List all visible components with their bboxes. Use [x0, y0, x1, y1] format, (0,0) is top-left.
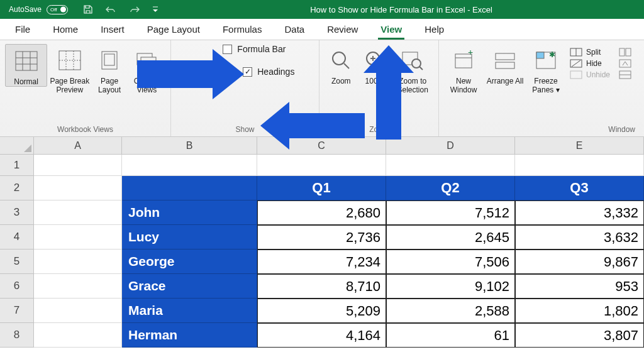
zoom-button[interactable]: Zoom: [325, 44, 358, 85]
row-label[interactable]: John: [122, 200, 257, 225]
zoom-to-selection-button[interactable]: Zoom to Selection: [392, 44, 433, 95]
data-cell[interactable]: 8,710: [257, 274, 386, 299]
col-header[interactable]: A: [34, 137, 122, 155]
cell-grid[interactable]: Q1 Q2 Q3 John 2,680 7,512 3,332 Lucy 2,7…: [34, 155, 644, 362]
data-cell[interactable]: 7,512: [386, 200, 515, 225]
column-headers: A B C D E: [34, 137, 644, 155]
cell[interactable]: [34, 299, 122, 323]
svg-line-16: [378, 63, 383, 69]
data-cell[interactable]: 2,645: [386, 225, 515, 250]
tab-formulas[interactable]: Formulas: [211, 20, 274, 40]
data-cell[interactable]: 2,680: [257, 200, 386, 225]
freeze-panes-button[interactable]: ✱ Freeze Panes ▾: [527, 44, 565, 95]
row-header[interactable]: 8: [0, 323, 34, 348]
label: Page Layout: [92, 77, 126, 95]
tab-review[interactable]: Review: [316, 20, 369, 40]
row-header[interactable]: 6: [0, 274, 34, 299]
tab-view[interactable]: View: [369, 20, 413, 40]
row-label[interactable]: Lucy: [122, 225, 257, 250]
hide-icon: [570, 59, 582, 68]
row-header[interactable]: 4: [0, 225, 34, 250]
tab-insert[interactable]: Insert: [89, 20, 136, 40]
headings-checkbox[interactable]: Headings: [243, 67, 294, 77]
redo-icon[interactable]: [128, 5, 141, 14]
row-header[interactable]: 5: [0, 250, 34, 274]
gridlines-checkbox[interactable]: Gridlines: [177, 67, 226, 77]
table-header[interactable]: Q3: [515, 176, 644, 200]
data-cell[interactable]: 2,588: [386, 299, 515, 323]
data-cell[interactable]: 953: [515, 274, 644, 299]
row-header[interactable]: 1: [0, 155, 34, 176]
data-cell[interactable]: 3,632: [515, 225, 644, 250]
undo-icon[interactable]: [104, 5, 117, 14]
tab-data[interactable]: Data: [273, 20, 316, 40]
normal-view-button[interactable]: Normal: [5, 44, 47, 87]
row-header[interactable]: 2: [0, 176, 34, 200]
select-all-corner[interactable]: [0, 137, 34, 155]
col-header[interactable]: B: [122, 137, 257, 155]
data-cell[interactable]: 1,802: [515, 299, 644, 323]
svg-rect-25: [496, 53, 514, 60]
col-header[interactable]: D: [386, 137, 515, 155]
tab-page-layout[interactable]: Page Layout: [136, 20, 211, 40]
row-header[interactable]: 3: [0, 200, 34, 225]
label: Arrange All: [487, 77, 524, 85]
split-button[interactable]: Split: [570, 48, 610, 57]
cell[interactable]: [34, 176, 122, 200]
svg-rect-0: [16, 52, 37, 70]
table-header[interactable]: Q1: [257, 176, 386, 200]
data-cell[interactable]: 3,332: [515, 200, 644, 225]
cell[interactable]: [34, 155, 122, 176]
save-icon[interactable]: [83, 4, 93, 14]
hide-button[interactable]: Hide: [570, 59, 610, 68]
data-cell[interactable]: 3,807: [515, 323, 644, 348]
row-label[interactable]: Herman: [122, 323, 257, 348]
autosave-switch[interactable]: Off: [47, 5, 68, 14]
cell[interactable]: [386, 155, 515, 176]
cell[interactable]: [515, 155, 644, 176]
row-label[interactable]: Maria: [122, 299, 257, 323]
col-header[interactable]: C: [257, 137, 386, 155]
page-break-preview-button[interactable]: Page Break Preview: [48, 44, 91, 95]
custom-views-button[interactable]: Custom Views: [128, 44, 165, 95]
col-header[interactable]: E: [515, 137, 644, 155]
spreadsheet[interactable]: A B C D E 1 2 3 4 5 6 7 8: [0, 137, 644, 362]
tab-home[interactable]: Home: [42, 20, 89, 40]
data-cell[interactable]: 61: [386, 323, 515, 348]
svg-rect-26: [496, 62, 514, 69]
cell[interactable]: [34, 200, 122, 225]
autosave-toggle[interactable]: AutoSave Off: [0, 5, 77, 14]
cell[interactable]: [257, 155, 386, 176]
arrange-all-button[interactable]: Arrange All: [486, 44, 525, 85]
cell[interactable]: [34, 274, 122, 299]
data-cell[interactable]: 9,102: [386, 274, 515, 299]
label: Freeze Panes ▾: [527, 77, 565, 95]
tab-file[interactable]: File: [4, 20, 42, 40]
table-corner[interactable]: [122, 176, 257, 200]
view-side-by-side-icon[interactable]: [619, 48, 631, 57]
group-workbook-views: Normal Page Break Preview Page Layout Cu…: [0, 40, 171, 136]
cell[interactable]: [34, 250, 122, 274]
formula-bar-checkbox[interactable]: Formula Bar: [223, 44, 286, 54]
data-cell[interactable]: 5,209: [257, 299, 386, 323]
row-header[interactable]: 7: [0, 299, 34, 323]
new-window-button[interactable]: + New Window: [444, 44, 483, 95]
data-cell[interactable]: 7,234: [257, 250, 386, 274]
data-cell[interactable]: 9,867: [515, 250, 644, 274]
data-cell[interactable]: 4,164: [257, 323, 386, 348]
qat-dropdown-icon[interactable]: [152, 6, 158, 13]
svg-line-21: [419, 67, 423, 70]
tab-help[interactable]: Help: [413, 20, 455, 40]
data-cell[interactable]: 7,506: [386, 250, 515, 274]
table-header[interactable]: Q2: [386, 176, 515, 200]
cell[interactable]: [34, 225, 122, 250]
data-cell[interactable]: 2,736: [257, 225, 386, 250]
cell[interactable]: [122, 155, 257, 176]
reset-window-icon[interactable]: [619, 70, 631, 79]
zoom-100-button[interactable]: 100%: [359, 44, 391, 85]
page-layout-button[interactable]: Page Layout: [92, 44, 126, 95]
row-label[interactable]: Grace: [122, 274, 257, 299]
cell[interactable]: [34, 323, 122, 348]
sync-scroll-icon[interactable]: [619, 59, 631, 68]
row-label[interactable]: George: [122, 250, 257, 274]
